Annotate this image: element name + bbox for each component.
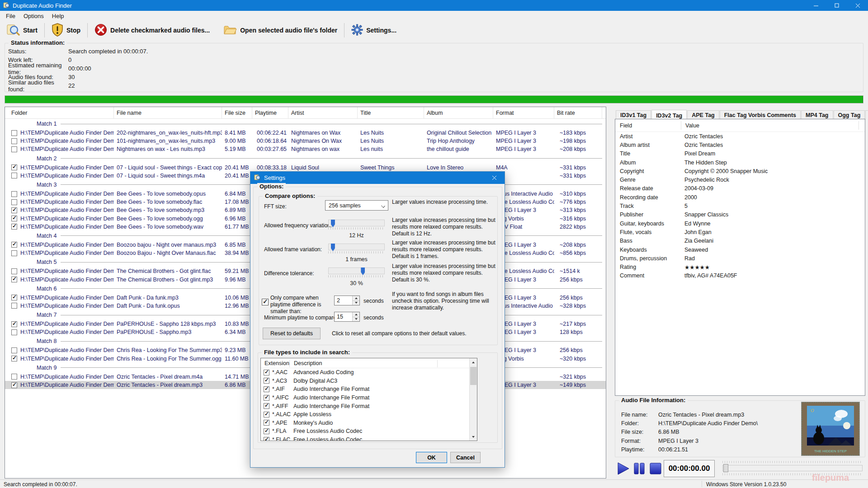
tag-row[interactable]: Flute, vocalsJohn Egan (615, 228, 865, 236)
dialog-close-button[interactable] (484, 172, 505, 184)
tab-ape-tag[interactable]: APE Tag (687, 110, 719, 119)
menu-item-options[interactable]: Options (19, 11, 48, 21)
column-header-artist[interactable]: Artist (288, 107, 358, 118)
row-checkbox[interactable] (11, 224, 17, 230)
file-type-row[interactable]: *.AC3Dolby Digital AC3 (261, 377, 477, 385)
row-checkbox[interactable] (11, 207, 17, 213)
tag-row[interactable]: Drums, percussionRad (615, 254, 865, 263)
row-checkbox[interactable] (11, 295, 17, 300)
file-type-checkbox[interactable] (264, 386, 269, 392)
scroll-down-icon[interactable] (470, 433, 477, 441)
stop-button[interactable]: Stop (48, 21, 84, 40)
file-type-checkbox[interactable] (264, 403, 269, 409)
play-button[interactable] (616, 462, 630, 475)
spinner-up-icon[interactable] (353, 296, 359, 300)
settings-button[interactable]: Settings... (348, 22, 400, 39)
tab-wma-tag[interactable]: WMA Tag (865, 110, 868, 119)
pause-button[interactable] (632, 462, 646, 475)
row-checkbox[interactable] (11, 250, 17, 256)
scrollbar-thumb[interactable] (470, 367, 476, 385)
tag-row[interactable]: Track5 (615, 202, 865, 210)
spinner-up-icon[interactable] (353, 312, 359, 317)
result-row[interactable]: H:\TEMP\Duplicate Audio Finder Demo\07 -… (5, 164, 606, 172)
row-checkbox[interactable] (11, 173, 17, 178)
tag-row[interactable]: BassZia Geelani (615, 237, 865, 245)
reset-to-defaults-button[interactable]: Reset to defaults (263, 328, 321, 339)
tag-row[interactable]: Rating★★★★★ (615, 263, 865, 271)
tag-row[interactable]: KeyboardsSeaweed (615, 245, 865, 254)
slider-groove[interactable] (328, 220, 385, 226)
column-header-file-size[interactable]: File size (222, 107, 252, 118)
difference-tolerance-slider[interactable]: 30 % (328, 267, 385, 286)
tab-ogg-tag[interactable]: Ogg Tag (834, 110, 865, 119)
start-button[interactable]: Start (3, 21, 41, 40)
file-type-checkbox[interactable] (264, 395, 269, 401)
tag-row[interactable]: Album artistOzric Tentacles (615, 141, 865, 149)
row-checkbox[interactable] (11, 146, 17, 152)
row-checkbox[interactable] (11, 382, 17, 388)
tab-flac-tag-vorbis-comments[interactable]: Flac Tag Vorbis Comments (720, 110, 801, 119)
file-type-checkbox[interactable] (264, 437, 269, 441)
file-type-row[interactable]: *.FLACFree Lossless Audio Codec (261, 436, 477, 441)
column-header-title[interactable]: Title (358, 107, 424, 118)
ok-button[interactable]: OK (416, 452, 447, 463)
tag-row[interactable]: Guitar, keyboardsEd Wynne (615, 219, 865, 228)
tag-row[interactable]: ArtistOzric Tentacles (615, 132, 865, 141)
file-types-scrollbar[interactable] (469, 358, 477, 441)
row-checkbox[interactable] (11, 199, 17, 205)
tag-row[interactable]: CopyrightCopyright © 2000 Snapper Music (615, 167, 865, 175)
column-header-format[interactable]: Format (493, 107, 554, 118)
row-checkbox[interactable] (11, 242, 17, 248)
row-checkbox[interactable] (11, 356, 17, 361)
stop-playback-button[interactable] (649, 462, 662, 475)
close-button[interactable] (847, 0, 868, 11)
column-header-folder[interactable]: Folder (5, 107, 114, 118)
column-header-album[interactable]: Album (424, 107, 493, 118)
seek-thumb[interactable] (723, 464, 728, 472)
tag-row[interactable]: TitlePixel Dream (615, 150, 865, 158)
tag-row[interactable]: GenrePsychedelic Rock (615, 175, 865, 184)
slider-groove[interactable] (328, 244, 385, 250)
playtime-difference-spinner[interactable]: 2 (334, 296, 360, 305)
slider-groove[interactable] (328, 267, 385, 274)
spinner-arrows[interactable] (352, 312, 359, 321)
row-checkbox[interactable] (11, 303, 17, 309)
spinner-down-icon[interactable] (353, 317, 359, 322)
value-column-header[interactable]: Value (681, 119, 699, 131)
file-type-checkbox[interactable] (264, 412, 269, 418)
tag-row[interactable]: AlbumThe Hidden Step (615, 158, 865, 167)
row-checkbox[interactable] (11, 164, 17, 170)
fft-size-dropdown[interactable]: 256 samples (325, 200, 388, 211)
tag-row[interactable]: Recording date2000 (615, 193, 865, 202)
file-type-row[interactable]: *.AACAdvanced Audio Coding (261, 368, 477, 377)
file-type-checkbox[interactable] (264, 370, 269, 375)
row-checkbox[interactable] (11, 277, 17, 282)
cancel-button[interactable]: Cancel (450, 452, 481, 463)
row-checkbox[interactable] (11, 268, 17, 274)
field-column-header[interactable]: Field (615, 119, 681, 131)
file-type-row[interactable]: *.APEMonkey's Audio (261, 419, 477, 427)
maximize-button[interactable] (826, 0, 847, 11)
delete-checkmarked-button[interactable]: Delete checkmarked audio files... (91, 22, 213, 39)
file-type-checkbox[interactable] (264, 428, 269, 434)
scroll-up-icon[interactable] (470, 358, 477, 366)
spinner-down-icon[interactable] (353, 300, 359, 305)
tab-id3v1-tag[interactable]: ID3v1 Tag (616, 110, 651, 119)
row-checkbox[interactable] (11, 374, 17, 380)
row-checkbox[interactable] (11, 130, 17, 136)
row-checkbox[interactable] (11, 216, 17, 221)
tag-row[interactable]: Commenttfbiv, AG# A74EA05F (615, 272, 865, 280)
file-type-checkbox[interactable] (264, 378, 269, 384)
freq-slider-thumb[interactable] (331, 220, 335, 227)
column-header-bit-rate[interactable]: Bit rate (554, 107, 602, 118)
open-folder-button[interactable]: Open selected audio file's folder (220, 22, 341, 39)
file-type-row[interactable]: *.AIFAudio Interchange File Format (261, 385, 477, 394)
frame-slider-thumb[interactable] (331, 244, 335, 251)
row-checkbox[interactable] (11, 329, 17, 335)
file-type-checkbox[interactable] (264, 420, 269, 426)
tab-mp4-tag[interactable]: MP4 Tag (801, 110, 833, 119)
description-column-header[interactable]: Description (294, 360, 322, 366)
tag-row[interactable]: PublisherSnapper Classics (615, 211, 865, 219)
frequency-variation-slider[interactable]: 12 Hz (328, 220, 385, 239)
seek-groove[interactable] (722, 465, 863, 471)
